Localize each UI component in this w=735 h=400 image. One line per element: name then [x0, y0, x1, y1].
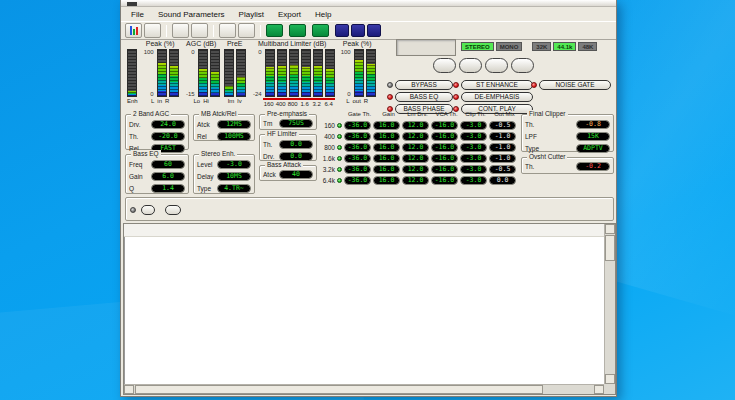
band-value[interactable]: -36.0 — [344, 176, 371, 185]
convert-button[interactable] — [238, 23, 255, 38]
levels-button[interactable] — [125, 23, 142, 38]
play-toolbar-button[interactable] — [172, 23, 189, 38]
close-dsp-button[interactable] — [144, 23, 161, 38]
param-value-level[interactable]: -3.0 — [217, 160, 251, 169]
band-value[interactable]: -36.0 — [344, 165, 371, 174]
column-header-lm-drv: Lm Drv. — [403, 111, 432, 119]
band-value[interactable]: 0.0 — [489, 176, 516, 185]
param-value-type[interactable]: 4.TR~ — [217, 184, 251, 193]
stop-button[interactable] — [433, 58, 456, 73]
band-value[interactable]: -1.0 — [489, 154, 516, 163]
band-value[interactable]: -3.0 — [460, 154, 487, 163]
param-value-type[interactable]: ADPTV — [576, 144, 610, 153]
band-value[interactable]: -0.5 — [489, 121, 516, 130]
band-value[interactable]: -16.0 — [431, 143, 458, 152]
program-p2-button[interactable] — [351, 24, 365, 37]
band-value[interactable]: 16.0 — [373, 165, 400, 174]
horizontal-scrollbar[interactable] — [124, 384, 604, 394]
scroll-left-icon[interactable] — [124, 385, 134, 394]
band-value[interactable]: -16.0 — [431, 154, 458, 163]
horizontal-scroll-thumb[interactable] — [135, 385, 543, 394]
scroll-down-icon[interactable] — [605, 374, 615, 384]
param-value-gain[interactable]: 6.0 — [151, 172, 185, 181]
program-p3-button[interactable] — [367, 24, 381, 37]
param-value-q[interactable]: 1.4 — [151, 184, 185, 193]
band-value[interactable]: -16.0 — [431, 165, 458, 174]
band-value[interactable]: -3.0 — [460, 143, 487, 152]
param-value-tm[interactable]: 75US — [279, 119, 313, 128]
band-value[interactable]: 12.0 — [402, 143, 429, 152]
band-value[interactable]: -1.0 — [489, 132, 516, 141]
band-value[interactable]: 12.0 — [402, 132, 429, 141]
band-value[interactable]: 16.0 — [373, 121, 400, 130]
preset-fm-button[interactable] — [312, 24, 329, 37]
param-value-atck[interactable]: 12MS — [217, 120, 251, 129]
play-button[interactable] — [459, 58, 482, 73]
band-value[interactable]: -0.5 — [489, 165, 516, 174]
param-value-th[interactable]: -0.8 — [576, 120, 610, 129]
param-value-delay[interactable]: 10MS — [217, 172, 251, 181]
band-value[interactable]: -16.0 — [431, 176, 458, 185]
scale-bottom-label: -24 — [250, 91, 262, 97]
meter-label: lv — [237, 97, 241, 105]
scroll-up-icon[interactable] — [605, 224, 615, 234]
led-bass-eq — [387, 94, 393, 100]
button-de-emphasis[interactable]: DE-EMPHASIS — [461, 92, 533, 102]
preset-am-button[interactable] — [289, 24, 306, 37]
stop-toolbar-button[interactable] — [191, 23, 208, 38]
band-value[interactable]: -1.0 — [489, 143, 516, 152]
param-value-freq[interactable]: 60 — [151, 160, 185, 169]
param-value-lpf[interactable]: 15K — [576, 132, 610, 141]
band-value[interactable]: -16.0 — [431, 132, 458, 141]
button-st-enhance[interactable]: ST ENHANCE — [461, 80, 533, 90]
init-button[interactable] — [165, 205, 181, 215]
param-value-rel[interactable]: 100MS — [217, 132, 251, 141]
virtual-room-button[interactable] — [141, 205, 155, 215]
band-value[interactable]: -36.0 — [344, 121, 371, 130]
fast-forward-button[interactable] — [485, 58, 508, 73]
preset-db-button[interactable] — [266, 24, 283, 37]
meter-bar — [265, 49, 275, 97]
button-bypass[interactable]: BYPASS — [395, 80, 453, 90]
param-value-atck[interactable]: 40 — [279, 170, 313, 179]
group-title: Stereo Enh. — [199, 150, 237, 158]
meter-bar — [289, 49, 299, 97]
export-button[interactable] — [219, 23, 236, 38]
band-value[interactable]: 12.0 — [402, 121, 429, 130]
band-value[interactable]: 12.0 — [402, 176, 429, 185]
param-value-drv[interactable]: 0.0 — [279, 152, 313, 161]
band-value[interactable]: -16.0 — [431, 121, 458, 130]
band-value[interactable]: 16.0 — [373, 132, 400, 141]
band-value[interactable]: -3.0 — [460, 132, 487, 141]
band-value[interactable]: -36.0 — [344, 154, 371, 163]
band-led — [337, 156, 342, 161]
vertical-scroll-thumb[interactable] — [605, 235, 615, 261]
band-value[interactable]: -3.0 — [460, 176, 487, 185]
skip-forward-button[interactable] — [511, 58, 534, 73]
program-p1-button[interactable] — [335, 24, 349, 37]
menu-file[interactable]: File — [124, 9, 151, 20]
band-value[interactable]: -3.0 — [460, 121, 487, 130]
band-value[interactable]: -36.0 — [344, 132, 371, 141]
menu-help[interactable]: Help — [308, 9, 338, 20]
button-noise-gate[interactable]: NOISE GATE — [539, 80, 611, 90]
band-value[interactable]: 16.0 — [373, 143, 400, 152]
scroll-right-icon[interactable] — [594, 385, 604, 394]
band-value[interactable]: -36.0 — [344, 143, 371, 152]
vertical-scrollbar[interactable] — [604, 224, 615, 384]
title-bar[interactable] — [121, 0, 616, 7]
band-value[interactable]: 12.0 — [402, 165, 429, 174]
button-bass-eq[interactable]: BASS EQ — [395, 92, 453, 102]
switch-bass-eq: BASS EQ — [387, 92, 453, 102]
menu-sound-parameters[interactable]: Sound Parameters — [151, 9, 232, 20]
param-value-th[interactable]: -0.2 — [576, 162, 610, 171]
band-value[interactable]: 12.0 — [402, 154, 429, 163]
band-value[interactable]: -3.0 — [460, 165, 487, 174]
param-value-th[interactable]: -20.0 — [151, 132, 185, 141]
band-value[interactable]: 16.0 — [373, 154, 400, 163]
band-value[interactable]: 16.0 — [373, 176, 400, 185]
menu-export[interactable]: Export — [271, 9, 308, 20]
menu-playlist[interactable]: Playlist — [232, 9, 271, 20]
param-value-drv[interactable]: 24.0 — [151, 120, 185, 129]
param-value-th[interactable]: 0.0 — [279, 140, 313, 149]
